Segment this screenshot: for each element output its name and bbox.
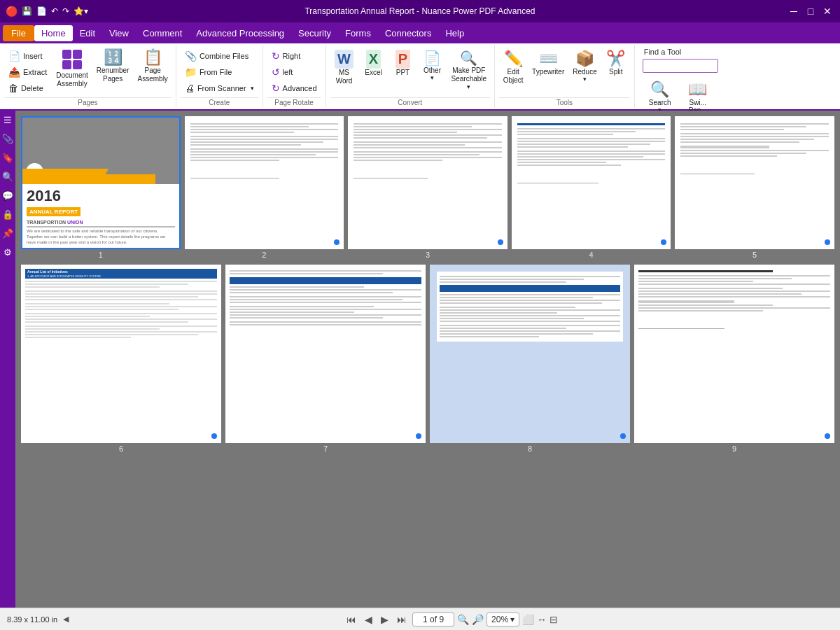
rotate-advanced-button[interactable]: ↻ Advanced (267, 81, 321, 95)
thumb-row-2: Annual List of Initiatives1. AN EFFICIEN… (21, 265, 834, 454)
excel-button[interactable]: X Excel (360, 48, 388, 78)
menu-item-connectors[interactable]: Connectors (378, 25, 438, 41)
next-page-button[interactable]: ▶ (378, 612, 391, 626)
page-thumb-1-inner[interactable]: 🚌 2016 ANNUAL REPORT TRANSPORTION UNION … (21, 116, 181, 249)
delete-button[interactable]: 🗑 Delete (4, 81, 51, 95)
page-thumb-4-inner[interactable] (512, 116, 671, 249)
sidebar-icon-1[interactable]: ☰ (4, 115, 12, 125)
line (230, 314, 421, 316)
fit-page-button[interactable]: ⬜ (522, 614, 534, 625)
page-2-dot (334, 239, 340, 245)
sidebar-icon-6[interactable]: 🔒 (2, 209, 13, 220)
sidebar-icon-5[interactable]: 💬 (2, 190, 13, 201)
zoom-value: 20% (491, 615, 508, 624)
page-thumb-8[interactable]: 8 (430, 265, 630, 454)
insert-button[interactable]: 📄 Insert (4, 49, 51, 63)
split-button[interactable]: ✂️ Split (602, 48, 630, 78)
swipe-icon: 📖 (688, 80, 707, 99)
page-thumb-6-inner[interactable]: Annual List of Initiatives1. AN EFFICIEN… (21, 265, 221, 443)
page-thumb-5[interactable]: 5 (675, 116, 834, 260)
menu-item-view[interactable]: View (102, 25, 136, 41)
make-pdf-searchable-button[interactable]: 🔍 Make PDFSearchable ▾ (448, 48, 491, 92)
other-button[interactable]: 📄 Other ▾ (419, 48, 447, 83)
line (680, 150, 829, 151)
line (25, 296, 198, 298)
page-thumb-2-inner[interactable] (185, 116, 344, 249)
menu-item-home[interactable]: Home (34, 25, 73, 41)
edit-object-button[interactable]: ✏️ EditObject (499, 48, 527, 87)
line (230, 309, 421, 310)
line (638, 278, 792, 279)
page-thumb-8-inner[interactable] (430, 265, 630, 443)
page-thumb-7-inner[interactable] (225, 265, 426, 443)
sidebar-icon-3[interactable]: 🔖 (2, 153, 13, 163)
prev-page-button[interactable]: ◀ (362, 612, 375, 626)
sidebar-icon-2[interactable]: 📎 (2, 134, 13, 144)
menu-item-file[interactable]: File (3, 25, 34, 41)
footer-line (190, 178, 279, 178)
rotate-right-button[interactable]: ↻ Right (267, 49, 321, 63)
line (354, 137, 486, 139)
line (680, 129, 784, 130)
first-page-button[interactable]: ⏮ (344, 612, 359, 626)
line (25, 321, 188, 323)
sidebar-icon-7[interactable]: 📌 (2, 228, 13, 239)
page-thumb-5-inner[interactable] (675, 116, 834, 249)
typewriter-button[interactable]: ⌨️ Typewriter (528, 48, 568, 78)
sidebar-collapse-btn[interactable]: ◀ (63, 615, 69, 624)
sidebar-icon-4[interactable]: 🔍 (2, 172, 13, 182)
close-button[interactable]: ✕ (820, 4, 834, 18)
page-thumb-9-inner[interactable] (634, 265, 834, 443)
fit-width-button[interactable]: ↔ (537, 614, 547, 625)
menu-item-security[interactable]: Security (291, 25, 338, 41)
from-file-button[interactable]: 📁 From File (181, 65, 258, 79)
line (680, 141, 799, 143)
reduce-button[interactable]: 📦 Reduce ▾ (569, 48, 600, 85)
quick-access-new[interactable]: 📄 (36, 6, 47, 16)
page-thumb-2[interactable]: 2 (185, 116, 344, 260)
sidebar-icon-8[interactable]: ⚙ (4, 247, 12, 258)
page-thumb-4[interactable]: 4 (512, 116, 671, 260)
from-scanner-button[interactable]: 🖨 From Scanner ▾ (181, 81, 258, 95)
page-thumb-6[interactable]: Annual List of Initiatives1. AN EFFICIEN… (21, 265, 221, 454)
ms-word-button[interactable]: W MSWord (330, 48, 358, 88)
menu-item-help[interactable]: Help (438, 25, 471, 41)
zoom-out-button[interactable]: 🔍 (457, 614, 469, 625)
page-thumb-3[interactable]: 3 (348, 116, 507, 260)
page-4-content (513, 118, 670, 189)
combine-files-button[interactable]: 📎 Combine Files (181, 49, 258, 63)
page-thumb-3-inner[interactable] (348, 116, 507, 249)
find-tool-input[interactable] (643, 59, 718, 73)
quick-access-redo[interactable]: ↷ (62, 6, 69, 16)
page-indicator: 1 of 9 (412, 612, 454, 626)
ppt-button[interactable]: P PPT (389, 48, 417, 78)
minimize-button[interactable]: ─ (787, 4, 801, 18)
menu-item-advanced-processing[interactable]: Advanced Processing (189, 25, 291, 41)
renumber-pages-button[interactable]: 🔢 RenumberPages (93, 48, 133, 85)
ribbon-group-create: 📎 Combine Files 📁 From File 🖨 From Scann… (176, 45, 263, 108)
zoom-selector[interactable]: 20% ▾ (486, 612, 519, 626)
line (354, 141, 502, 143)
quick-access-save[interactable]: 💾 (22, 6, 32, 16)
document-assembly-button[interactable]: DocumentAssembly (52, 48, 92, 90)
extract-button[interactable]: 📤 Extract (4, 65, 51, 79)
rotate-right-icon: ↻ (272, 50, 280, 62)
line (230, 299, 402, 300)
page-thumb-7[interactable]: 7 (225, 265, 426, 454)
menu-item-comment[interactable]: Comment (136, 25, 189, 41)
quick-access-undo[interactable]: ↶ (51, 6, 58, 16)
menu-item-forms[interactable]: Forms (338, 25, 378, 41)
line (440, 328, 566, 329)
quick-access-custom[interactable]: ⭐▾ (74, 6, 88, 16)
zoom-in-button[interactable]: 🔎 (472, 614, 484, 625)
menu-item-edit[interactable]: Edit (73, 25, 102, 41)
rotate-left-button[interactable]: ↺ left (267, 65, 321, 79)
dual-page-button[interactable]: ⊟ (550, 614, 558, 625)
page-thumb-9[interactable]: 9 (634, 265, 834, 454)
page-thumb-1[interactable]: 🚌 2016 ANNUAL REPORT TRANSPORTION UNION … (21, 116, 181, 260)
line (190, 157, 339, 158)
spacer (680, 158, 829, 172)
maximize-button[interactable]: □ (804, 4, 818, 18)
page-assembly-button[interactable]: 📋 PageAssembly (134, 48, 172, 85)
last-page-button[interactable]: ⏭ (394, 612, 410, 626)
